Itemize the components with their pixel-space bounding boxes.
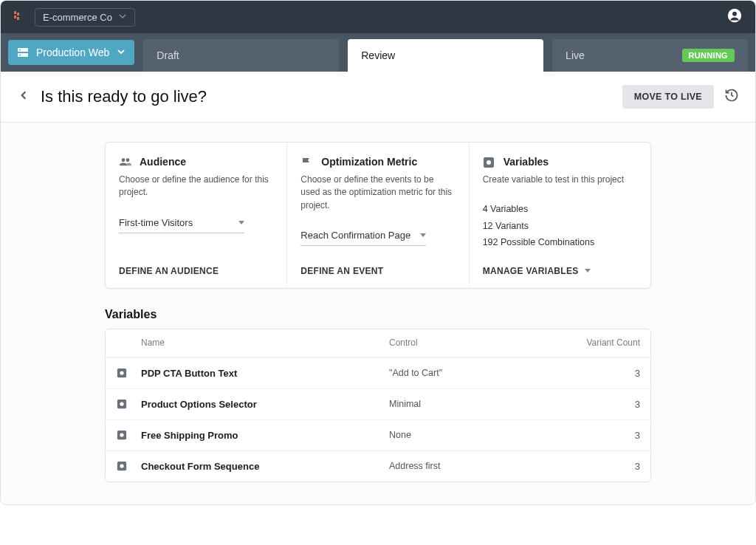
dropdown-icon	[420, 233, 426, 237]
card-title: Optimization Metric	[321, 156, 417, 168]
svg-point-9	[19, 55, 21, 56]
table-row[interactable]: Free Shipping Promo None 3	[106, 419, 650, 450]
svg-point-17	[120, 402, 123, 406]
table-row[interactable]: PDP CTA Button Text "Add to Cart" 3	[106, 357, 650, 388]
summary-cards: Audience Choose or define the audience f…	[105, 142, 651, 289]
page-title: Is this ready to go live?	[41, 87, 207, 106]
account-button[interactable]	[726, 8, 743, 26]
variables-stats: 4 Variables 12 Variants 192 Possible Com…	[483, 201, 637, 251]
page-header-left: Is this ready to go live?	[17, 87, 207, 106]
card-description: Choose or define the audience for this p…	[119, 174, 273, 199]
row-control: Address first	[389, 461, 537, 471]
row-count: 3	[537, 368, 640, 379]
svg-point-5	[732, 12, 737, 16]
tab-label: Draft	[157, 49, 179, 61]
row-control: None	[389, 430, 537, 440]
svg-point-8	[19, 49, 21, 51]
svg-point-19	[120, 433, 123, 437]
tab-label: Live	[566, 49, 585, 61]
page-header-right: MOVE TO LIVE	[622, 85, 739, 109]
environment-tabs: Production Web Draft Review Live RUNNING	[1, 33, 755, 72]
metric-value: Reach Confirmation Page	[300, 230, 410, 241]
svg-point-15	[120, 371, 123, 375]
tab-draft[interactable]: Draft	[143, 39, 339, 72]
back-button[interactable]	[17, 90, 30, 103]
stat-variables: 4 Variables	[483, 201, 637, 218]
chevron-down-icon	[118, 12, 127, 23]
variable-icon	[483, 157, 496, 167]
variables-table: Name Control Variant Count PDP CTA Butto…	[105, 329, 651, 482]
stat-variants: 12 Variants	[483, 218, 637, 235]
svg-point-10	[122, 158, 126, 162]
svg-point-13	[487, 160, 491, 165]
dropdown-icon	[238, 221, 244, 224]
variable-icon	[116, 429, 128, 441]
card-title: Variables	[504, 156, 549, 168]
row-name: PDP CTA Button Text	[141, 368, 389, 379]
card-description: Create variable to test in this project	[483, 174, 637, 186]
topbar: E-commerce Co	[1, 1, 755, 33]
content: Audience Choose or define the audience f…	[1, 123, 755, 504]
row-count: 3	[537, 461, 640, 472]
row-name: Product Options Selector	[141, 399, 389, 410]
audience-value: First-time Visitors	[119, 217, 193, 228]
variables-section: Variables Name Control Variant Count PDP…	[105, 308, 651, 482]
variable-icon	[116, 460, 128, 472]
row-name: Checkout Form Sequence	[141, 461, 389, 472]
row-control: Minimal	[389, 399, 537, 409]
dropdown-icon	[585, 269, 591, 272]
history-icon	[724, 88, 739, 106]
org-selector[interactable]: E-commerce Co	[35, 8, 135, 27]
variable-icon	[116, 398, 128, 410]
svg-rect-1	[17, 13, 19, 16]
table-header: Name Control Variant Count	[106, 329, 650, 357]
card-description: Choose or define the events to be used a…	[300, 174, 455, 212]
svg-rect-2	[14, 16, 16, 18]
table-row[interactable]: Product Options Selector Minimal 3	[106, 388, 650, 419]
audience-select[interactable]: First-time Visitors	[119, 214, 244, 233]
svg-rect-3	[17, 17, 19, 20]
col-variant-count: Variant Count	[537, 337, 640, 348]
brand-logo-icon	[13, 10, 26, 24]
topbar-left: E-commerce Co	[13, 8, 135, 27]
metric-select[interactable]: Reach Confirmation Page	[300, 227, 426, 246]
svg-point-11	[126, 158, 130, 162]
environment-label: Production Web	[36, 47, 109, 58]
define-audience-button[interactable]: DEFINE AN AUDIENCE	[119, 251, 273, 276]
manage-variables-button[interactable]: MANAGE VARIABLES	[483, 251, 637, 276]
tab-label: Review	[361, 49, 395, 61]
tab-review[interactable]: Review	[348, 39, 543, 72]
org-name: E-commerce Co	[43, 12, 112, 23]
server-icon	[17, 47, 29, 58]
row-count: 3	[537, 399, 640, 410]
col-control: Control	[389, 337, 537, 348]
metric-card: Optimization Metric Choose or define the…	[286, 143, 468, 288]
user-circle-icon	[726, 7, 743, 27]
history-button[interactable]	[724, 89, 739, 104]
define-event-button[interactable]: DEFINE AN EVENT	[300, 251, 455, 276]
people-icon	[119, 157, 132, 167]
tab-live[interactable]: Live RUNNING	[552, 39, 748, 72]
row-name: Free Shipping Promo	[141, 430, 389, 441]
audience-card: Audience Choose or define the audience f…	[106, 143, 286, 288]
chevron-left-icon	[18, 90, 29, 103]
move-to-live-button[interactable]: MOVE TO LIVE	[622, 85, 714, 109]
flag-icon	[300, 157, 314, 167]
table-row[interactable]: Checkout Form Sequence Address first 3	[106, 450, 650, 481]
col-name: Name	[141, 337, 389, 348]
section-title: Variables	[105, 308, 651, 321]
status-badge: RUNNING	[682, 49, 735, 62]
app-shell: E-commerce Co Production Web Draft	[0, 0, 756, 505]
chevron-down-icon	[117, 47, 126, 58]
row-control: "Add to Cart"	[389, 368, 537, 378]
variables-card: Variables Create variable to test in thi…	[469, 143, 650, 288]
card-title: Audience	[140, 156, 186, 168]
variable-icon	[116, 367, 128, 379]
page-header: Is this ready to go live? MOVE TO LIVE	[1, 72, 755, 123]
row-count: 3	[537, 430, 640, 441]
svg-point-21	[120, 465, 123, 468]
stat-combinations: 192 Possible Combinations	[483, 234, 637, 251]
svg-rect-0	[14, 11, 16, 14]
environment-selector[interactable]: Production Web	[8, 40, 134, 65]
